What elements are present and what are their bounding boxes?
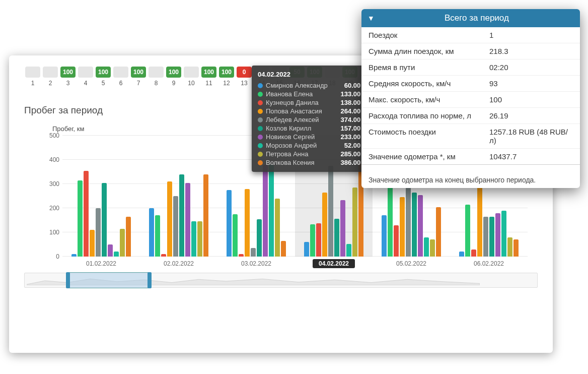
day-cell[interactable]: 013 (236, 67, 253, 87)
day-badge (43, 67, 58, 78)
minimap-handle-right[interactable] (148, 272, 152, 288)
day-cell[interactable]: 1003 (59, 67, 77, 87)
day-badge: 100 (219, 67, 234, 78)
bar-group[interactable] (62, 136, 140, 257)
minimap-handle-left[interactable] (66, 272, 70, 288)
bar[interactable] (400, 197, 405, 257)
day-badge (78, 67, 93, 78)
bar[interactable] (507, 237, 512, 257)
bar[interactable] (465, 205, 470, 257)
bar[interactable] (120, 229, 125, 257)
bar[interactable] (394, 225, 399, 257)
bar[interactable] (126, 217, 131, 257)
bar[interactable] (477, 180, 482, 257)
day-badge: 100 (131, 67, 146, 78)
bar-group[interactable] (140, 136, 217, 257)
summary-header[interactable]: ▼ Всего за период (361, 9, 580, 27)
bar[interactable] (304, 242, 309, 257)
day-cell[interactable]: 2 (42, 67, 59, 87)
day-cell[interactable]: 10011 (200, 67, 217, 87)
bar[interactable] (275, 199, 280, 257)
bar[interactable] (322, 193, 327, 257)
bar[interactable] (412, 193, 417, 257)
bar[interactable] (334, 219, 339, 257)
bar[interactable] (203, 174, 208, 257)
bar[interactable] (310, 224, 315, 257)
day-number: 1 (31, 80, 35, 87)
bar[interactable] (155, 215, 160, 257)
bar[interactable] (483, 217, 488, 257)
bar[interactable] (424, 237, 429, 257)
bar[interactable] (316, 223, 321, 257)
day-cell[interactable]: 10012 (218, 67, 235, 87)
day-cell[interactable]: 1009 (165, 67, 182, 87)
bar[interactable] (340, 200, 345, 257)
bar[interactable] (78, 180, 83, 257)
x-tick: 06.02.2022 (474, 260, 504, 267)
bar[interactable] (352, 188, 357, 257)
bar[interactable] (346, 244, 351, 257)
x-tick: 05.02.2022 (396, 260, 426, 267)
bar[interactable] (471, 250, 476, 257)
bar[interactable] (149, 208, 154, 257)
bar[interactable] (96, 208, 101, 257)
y-tick: 200 (49, 205, 59, 212)
bar[interactable] (90, 230, 95, 257)
y-tick: 300 (49, 180, 59, 188)
legend-dot-icon (258, 143, 263, 148)
bar[interactable] (84, 171, 89, 257)
bar[interactable] (459, 252, 464, 257)
day-cell[interactable]: 4 (77, 67, 94, 87)
bar[interactable] (245, 189, 250, 257)
tooltip-row: Попова Анастасия264.00 км (258, 107, 371, 115)
bar[interactable] (388, 181, 393, 257)
day-number: 10 (188, 80, 194, 87)
tooltip-series-name: Попова Анастасия (266, 107, 338, 115)
bar[interactable] (495, 213, 500, 257)
day-cell[interactable]: 1 (24, 67, 41, 87)
day-badge (184, 67, 199, 78)
bar[interactable] (263, 165, 268, 257)
chevron-down-icon[interactable]: ▼ (368, 14, 375, 22)
bar[interactable] (197, 221, 202, 257)
tooltip-row: Лебедев Алексей374.00 км (258, 115, 371, 124)
bar[interactable] (489, 217, 494, 257)
y-axis: 0100200300400500 (42, 136, 62, 257)
range-minimap[interactable] (24, 273, 538, 288)
bar[interactable] (108, 244, 113, 257)
bar[interactable] (513, 239, 519, 257)
bar[interactable] (281, 241, 286, 257)
y-tick: 100 (49, 229, 59, 236)
bar[interactable] (501, 211, 506, 257)
day-cell[interactable]: 1005 (95, 67, 112, 87)
y-tick: 500 (49, 132, 59, 139)
summary-label: Макс. скорость, км/ч (369, 95, 489, 104)
tooltip-row: Морозов Андрей52.00 км (258, 141, 371, 150)
bar[interactable] (191, 221, 196, 257)
bar[interactable] (114, 252, 119, 257)
bar[interactable] (167, 181, 172, 257)
bar[interactable] (179, 174, 184, 257)
bar[interactable] (251, 248, 256, 257)
summary-label: Сумма длин поездок, км (369, 47, 489, 55)
chart-tooltip: 04.02.2022 Смирнов Александр60.00 кмИван… (252, 66, 377, 172)
minimap-selection[interactable] (68, 272, 149, 288)
bar[interactable] (257, 219, 262, 257)
bar[interactable] (185, 183, 190, 257)
bar[interactable] (233, 214, 238, 257)
summary-value: 93 (489, 79, 573, 88)
day-badge: 100 (96, 67, 111, 78)
bar[interactable] (418, 195, 423, 257)
bar[interactable] (382, 215, 387, 257)
bar[interactable] (227, 190, 232, 257)
day-cell[interactable]: 8 (148, 67, 165, 87)
bar[interactable] (436, 207, 441, 257)
bar[interactable] (269, 165, 274, 257)
day-cell[interactable]: 6 (112, 67, 129, 87)
day-cell[interactable]: 10 (183, 67, 200, 87)
bar[interactable] (102, 183, 107, 257)
bar[interactable] (173, 196, 178, 257)
day-cell[interactable]: 1007 (130, 67, 147, 87)
bar[interactable] (430, 239, 435, 257)
bar[interactable] (328, 166, 333, 257)
